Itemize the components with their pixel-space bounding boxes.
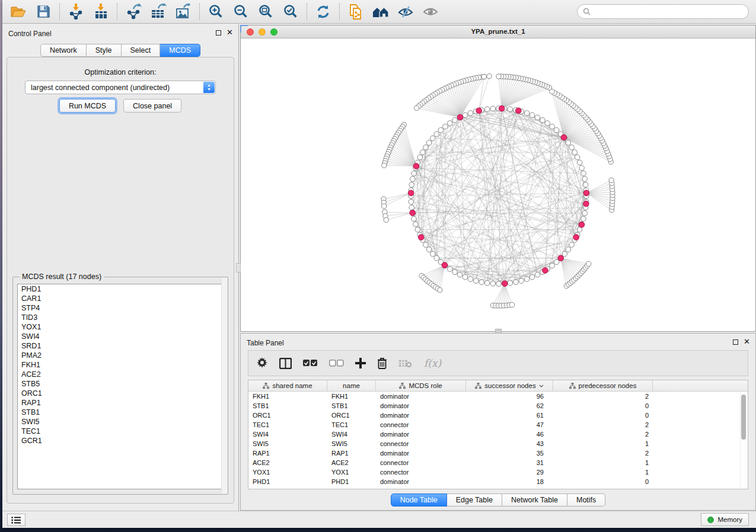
mcds-result-item[interactable]: STP4	[18, 303, 223, 313]
tab-network[interactable]: Network	[40, 44, 87, 57]
mcds-result-item[interactable]: TID3	[18, 313, 223, 322]
network-node[interactable]	[529, 274, 535, 280]
network-node[interactable]	[581, 216, 586, 222]
export-network-button[interactable]	[125, 3, 142, 21]
column-header-name[interactable]: name	[327, 380, 376, 391]
mcds-hub-node[interactable]	[543, 268, 548, 274]
tab-edge-table[interactable]: Edge Table	[447, 493, 502, 507]
mcds-result-item[interactable]: PMA2	[18, 351, 223, 360]
network-node[interactable]	[484, 107, 490, 112]
mcds-hub-node[interactable]	[579, 222, 585, 227]
network-node[interactable]	[430, 136, 435, 141]
table-row[interactable]: TEC1TEC1connector472	[248, 420, 748, 430]
network-node[interactable]	[575, 155, 580, 160]
mcds-result-item[interactable]: STB1	[18, 408, 223, 417]
network-node[interactable]	[434, 132, 439, 137]
network-node[interactable]	[479, 280, 484, 285]
close-panel-icon[interactable]: ✕	[227, 30, 233, 36]
mcds-result-item[interactable]: ACE2	[18, 370, 223, 379]
satellite-node[interactable]	[609, 178, 614, 182]
maximize-window-icon[interactable]	[270, 28, 277, 36]
mcds-hub-node[interactable]	[502, 281, 508, 287]
mcds-result-item[interactable]: RAP1	[18, 398, 223, 408]
clone-network-button[interactable]	[347, 3, 365, 21]
network-node[interactable]	[569, 145, 575, 150]
column-header-successor-nodes[interactable]: successor nodes	[466, 380, 553, 391]
network-node[interactable]	[566, 247, 571, 252]
network-node[interactable]	[550, 124, 555, 129]
mcds-result-item[interactable]: GCR1	[18, 436, 223, 446]
float-panel-icon[interactable]	[216, 30, 221, 36]
open-session-button[interactable]	[9, 3, 27, 21]
table-row[interactable]: ORC1ORC1dominator610	[248, 411, 748, 420]
satellite-node[interactable]	[438, 288, 442, 293]
zoom-selected-button[interactable]	[282, 3, 299, 21]
vertical-splitter-handle[interactable]	[236, 263, 241, 273]
tab-select[interactable]: Select	[122, 44, 161, 57]
mcds-hub-node[interactable]	[583, 190, 589, 196]
delete-table-button[interactable]	[398, 355, 412, 371]
table-row[interactable]: PHD1PHD1dominator180	[248, 477, 748, 486]
export-table-button[interactable]	[149, 3, 167, 21]
mcds-hub-node[interactable]	[476, 108, 482, 114]
satellite-node[interactable]	[487, 74, 492, 79]
import-network-button[interactable]	[67, 3, 85, 21]
network-node[interactable]	[415, 227, 420, 232]
float-panel-icon[interactable]	[733, 339, 738, 345]
show-columns-button[interactable]	[279, 355, 292, 371]
mcds-hub-node[interactable]	[516, 108, 522, 114]
mcds-hub-node[interactable]	[583, 201, 589, 207]
network-node[interactable]	[423, 242, 429, 248]
network-node[interactable]	[582, 177, 588, 182]
network-node[interactable]	[496, 281, 502, 287]
network-node[interactable]	[413, 222, 419, 227]
network-node[interactable]	[417, 155, 423, 160]
network-node[interactable]	[462, 113, 468, 118]
network-node[interactable]	[473, 278, 479, 284]
network-node[interactable]	[412, 171, 417, 176]
table-row[interactable]: YOX1YOX1connector291	[248, 467, 748, 477]
network-node[interactable]	[409, 182, 414, 187]
network-node[interactable]	[410, 177, 416, 182]
network-node[interactable]	[409, 205, 414, 210]
table-scrollbar[interactable]	[740, 392, 747, 488]
network-node[interactable]	[412, 216, 417, 222]
network-graph[interactable]	[241, 39, 755, 331]
network-node[interactable]	[468, 111, 473, 116]
network-node[interactable]	[577, 160, 582, 165]
column-header-MCDS-role[interactable]: MCDS role	[376, 380, 466, 391]
network-node[interactable]	[462, 274, 468, 280]
table-row[interactable]: RAP1RAP1dominator352	[248, 448, 748, 458]
network-node[interactable]	[582, 211, 588, 216]
mcds-result-item[interactable]: SRD1	[18, 341, 223, 351]
network-node[interactable]	[545, 121, 550, 126]
satellite-node[interactable]	[382, 163, 387, 168]
table-row[interactable]: SWI5SWI5connector431	[248, 439, 748, 448]
network-node[interactable]	[583, 182, 588, 187]
network-node[interactable]	[448, 121, 453, 126]
network-node[interactable]	[554, 259, 559, 265]
table-row[interactable]: SWI4SWI4dominator462	[248, 430, 748, 439]
tab-motifs[interactable]: Motifs	[567, 493, 605, 507]
network-node[interactable]	[535, 272, 540, 277]
network-node[interactable]	[409, 199, 414, 204]
criterion-dropdown[interactable]: largest connected component (undirected)…	[25, 81, 216, 94]
run-mcds-button[interactable]: Run MCDS	[59, 99, 116, 113]
mcds-hub-node[interactable]	[499, 105, 505, 111]
satellite-node[interactable]	[550, 89, 554, 94]
mcds-result-item[interactable]: SWI5	[18, 417, 223, 427]
hide-graphics-details-button[interactable]	[397, 3, 414, 21]
show-graphics-details-button[interactable]	[422, 3, 439, 21]
task-history-button[interactable]	[7, 514, 25, 526]
tab-network-table[interactable]: Network Table	[502, 493, 567, 507]
column-header-shared-name[interactable]: shared name	[248, 380, 327, 391]
function-builder-button[interactable]: f(x)	[423, 355, 444, 371]
mcds-hub-node[interactable]	[558, 255, 564, 261]
network-home-button[interactable]	[372, 3, 390, 21]
network-node[interactable]	[572, 150, 578, 155]
zoom-out-button[interactable]	[232, 3, 250, 21]
memory-button[interactable]: Memory	[701, 513, 749, 526]
network-node[interactable]	[443, 124, 448, 129]
satellite-node[interactable]	[382, 204, 387, 209]
mcds-hub-node[interactable]	[442, 262, 448, 268]
